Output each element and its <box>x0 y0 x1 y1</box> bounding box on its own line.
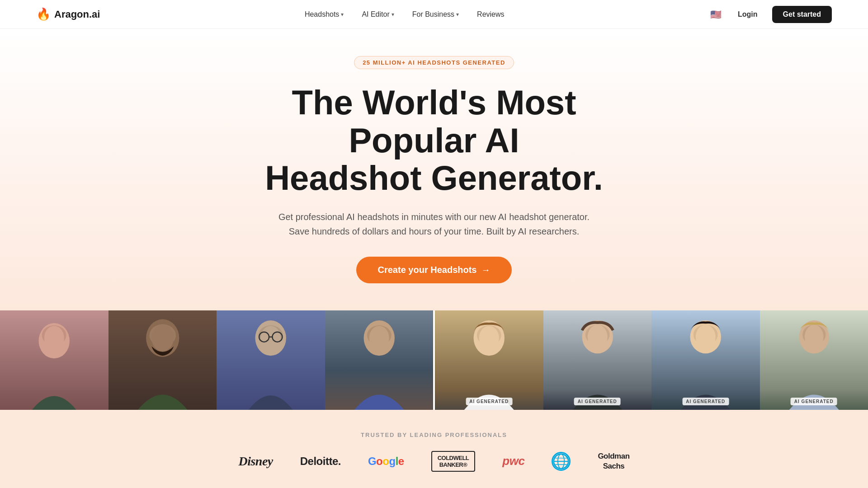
cta-button[interactable]: Create your Headshots → <box>356 257 512 283</box>
deloitte-logo: Deloitte. <box>300 455 341 468</box>
google-logo: Google <box>368 455 404 468</box>
headshots-badge: 25 MILLION+ AI HEADSHOTS GENERATED <box>354 56 514 69</box>
goldman-sachs-logo: GoldmanSachs <box>598 451 629 471</box>
photo-8-ai: AI GENERATED <box>760 310 868 410</box>
att-logo <box>552 452 571 471</box>
ai-generated-badge: AI GENERATED <box>574 398 621 405</box>
svg-point-5 <box>151 325 174 352</box>
photo-divider <box>433 310 435 410</box>
trust-label: TRUSTED BY LEADING PROFESSIONALS <box>36 432 832 438</box>
photo-2 <box>108 310 217 410</box>
chevron-down-icon: ▾ <box>456 11 459 18</box>
hero-section: 25 MILLION+ AI HEADSHOTS GENERATED The W… <box>0 29 868 310</box>
nav-headshots[interactable]: Headshots ▾ <box>297 7 351 22</box>
logo[interactable]: 🔥 Aragon.ai <box>36 7 100 21</box>
photo-7-ai: AI GENERATED <box>651 310 760 410</box>
photo-strip: AI GENERATED AI GENERATED <box>0 310 868 410</box>
nav-reviews[interactable]: Reviews <box>470 7 511 22</box>
svg-point-17 <box>479 326 499 350</box>
arrow-icon: → <box>481 265 490 275</box>
photo-4 <box>325 310 434 410</box>
trust-logos: Disney Deloitte. Google COLDWELLBANKER® … <box>36 451 832 472</box>
login-button[interactable]: Login <box>731 7 765 22</box>
coldwell-banker-logo: COLDWELLBANKER® <box>431 451 476 472</box>
svg-point-20 <box>587 325 607 349</box>
photo-6-ai: AI GENERATED <box>543 310 652 410</box>
navigation: 🔥 Aragon.ai Headshots ▾ AI Editor ▾ For … <box>0 0 868 29</box>
chevron-down-icon: ▾ <box>341 11 344 18</box>
get-started-button[interactable]: Get started <box>772 6 832 23</box>
ai-generated-badge: AI GENERATED <box>791 398 837 405</box>
pwc-logo: pwc <box>502 454 524 468</box>
photo-3 <box>217 310 325 410</box>
ai-generated-badge: AI GENERATED <box>682 398 729 405</box>
svg-point-2 <box>44 326 64 350</box>
trust-section: TRUSTED BY LEADING PROFESSIONALS Disney … <box>0 410 868 488</box>
svg-point-8 <box>261 326 281 350</box>
hero-title: The World's Most Popular AI Headshot Gen… <box>231 84 637 197</box>
svg-point-26 <box>804 325 823 349</box>
svg-point-23 <box>696 325 716 349</box>
ai-generated-badge: AI GENERATED <box>466 398 512 405</box>
hero-subtitle: Get professional AI headshots in minutes… <box>276 210 592 239</box>
language-flag[interactable]: 🇺🇸 <box>709 7 723 22</box>
nav-for-business[interactable]: For Business ▾ <box>405 7 466 22</box>
nav-links: Headshots ▾ AI Editor ▾ For Business ▾ R… <box>297 7 512 22</box>
svg-point-14 <box>369 326 389 350</box>
chevron-down-icon: ▾ <box>392 11 394 18</box>
photo-5-ai: AI GENERATED <box>435 310 543 410</box>
logo-text: Aragon.ai <box>54 9 100 20</box>
photo-1 <box>0 310 108 410</box>
nav-actions: 🇺🇸 Login Get started <box>709 6 832 23</box>
disney-logo: Disney <box>238 454 273 469</box>
flame-icon: 🔥 <box>36 7 51 21</box>
nav-ai-editor[interactable]: AI Editor ▾ <box>354 7 401 22</box>
